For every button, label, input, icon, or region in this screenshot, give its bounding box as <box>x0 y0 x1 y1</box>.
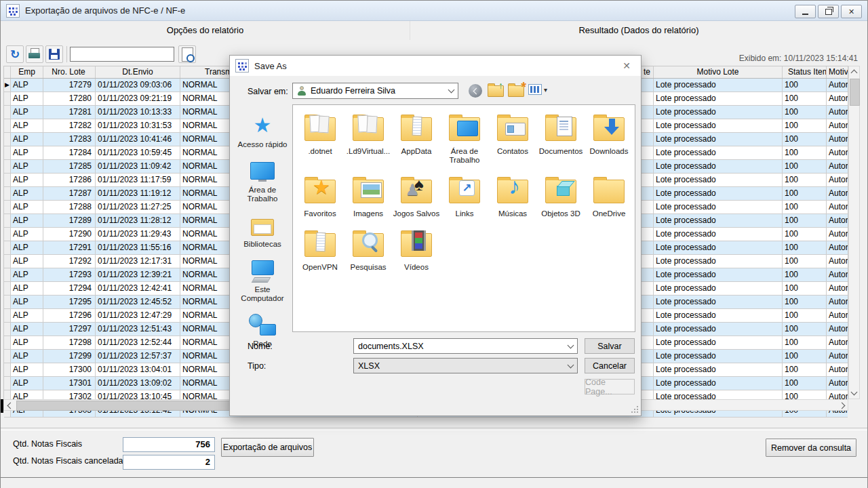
table-cell: Lote processado <box>654 350 783 363</box>
file-type-combobox[interactable]: XLSX <box>353 358 578 373</box>
col-emp[interactable]: Emp <box>11 66 43 78</box>
close-button[interactable]: ✕ <box>841 5 862 18</box>
sidebar-item-desktop[interactable]: Área de Trabalho <box>234 159 291 203</box>
table-cell: ALP <box>11 214 43 227</box>
new-folder-button[interactable]: * <box>508 85 524 97</box>
resize-grip[interactable] <box>631 406 638 413</box>
folder-icon <box>490 112 535 146</box>
scroll-down-arrow[interactable] <box>849 388 859 399</box>
folder-item[interactable]: .dotnet <box>296 112 344 165</box>
minimize-button[interactable] <box>795 5 816 18</box>
folder-item[interactable]: ♠♟Jogos Salvos <box>393 174 440 218</box>
folder-item[interactable]: Contatos <box>489 112 536 165</box>
scroll-up-arrow[interactable] <box>849 66 859 77</box>
table-cell: 100 <box>783 241 827 254</box>
table-cell: Autoriz <box>827 214 848 227</box>
dialog-cancel-button[interactable]: Cancelar <box>585 358 635 373</box>
remove-from-query-button[interactable]: Remover da consulta <box>766 439 856 457</box>
table-cell: 01/11/2023 11:55:16 <box>96 241 180 254</box>
refresh-button[interactable]: ↻ <box>6 45 24 63</box>
folder-item[interactable]: OneDrive <box>585 174 633 218</box>
table-cell: 17291 <box>43 241 96 254</box>
folder-item[interactable]: .Ld9Virtual... <box>344 112 392 165</box>
table-cell: 100 <box>783 363 827 376</box>
table-cell: 01/11/2023 09:21:19 <box>96 92 180 105</box>
table-cell: 01/11/2023 11:17:59 <box>96 174 180 186</box>
table-cell: 01/11/2023 09:03:06 <box>96 79 180 92</box>
table-cell: 01/11/2023 11:28:12 <box>96 214 180 227</box>
folder-item[interactable]: ♪Músicas <box>489 174 536 218</box>
window-bottom-edge <box>1 477 867 488</box>
folder-item[interactable]: Objetos 3D <box>537 174 585 218</box>
dialog-close-button[interactable]: ✕ <box>619 59 634 73</box>
up-folder-icon: ↑ <box>488 85 504 97</box>
scroll-left-arrow[interactable] <box>4 400 14 411</box>
col-dt-envio[interactable]: Dt.Envio <box>96 66 180 78</box>
scroll-right-arrow[interactable] <box>837 400 848 411</box>
print-button[interactable] <box>26 45 43 63</box>
save-as-dialog: Save As ✕ Salvar em: Eduardo Ferreira Si… <box>229 55 642 416</box>
table-cell: Lote processado <box>654 187 783 200</box>
minimize-icon <box>802 14 808 15</box>
file-name-label: Nome: <box>248 342 273 351</box>
tab-opcoes-relatorio[interactable]: Opções do relatório <box>1 21 410 40</box>
table-cell: 100 <box>783 255 827 268</box>
table-cell: 100 <box>783 309 827 322</box>
col-motivo-item[interactable]: Motivo I <box>827 66 848 78</box>
col-nro-lote[interactable]: Nro. Lote <box>43 66 96 78</box>
table-cell: Autoriz <box>827 241 848 254</box>
table-cell: 17298 <box>43 336 96 349</box>
chevron-down-icon <box>448 87 455 94</box>
row-selector <box>4 133 11 146</box>
folder-item[interactable]: Área de Trabalho <box>441 112 488 165</box>
chevron-down-icon <box>568 342 574 348</box>
folder-name: Objetos 3D <box>537 209 585 218</box>
table-cell: ALP <box>11 146 43 159</box>
table-cell: Autoriz <box>827 92 848 105</box>
up-one-level-button[interactable]: ↑ <box>488 85 504 97</box>
tab-resultado[interactable]: Resultado (Dados do relatório) <box>410 21 867 40</box>
folder-item[interactable]: Downloads <box>585 112 633 165</box>
table-cell: 100 <box>783 187 827 200</box>
table-cell: 01/11/2023 12:51:43 <box>96 323 180 336</box>
view-menu-button[interactable]: ▾ <box>528 84 547 95</box>
vertical-scroll-thumb[interactable] <box>850 79 860 106</box>
footer-separator <box>1 428 867 430</box>
folder-item[interactable]: ★Favoritos <box>296 174 344 218</box>
folder-item[interactable]: OpenVPN <box>296 228 344 272</box>
folder-item[interactable]: ↗Links <box>441 174 488 218</box>
preview-button[interactable] <box>178 45 196 63</box>
sidebar-item-quick-access[interactable]: ★Acesso rápido <box>234 114 291 149</box>
back-button[interactable] <box>469 84 482 98</box>
table-cell: Lote processado <box>654 241 783 254</box>
folder-name: Vídeos <box>393 263 440 272</box>
table-cell: 17283 <box>43 133 96 146</box>
restore-button[interactable] <box>818 5 839 18</box>
folder-item[interactable]: Vídeos <box>393 228 440 272</box>
table-cell: ALP <box>11 79 43 92</box>
table-cell: 100 <box>783 323 827 336</box>
save-in-combobox[interactable]: Eduardo Ferreira Silva <box>292 83 458 99</box>
table-cell: 100 <box>783 336 827 349</box>
table-cell: Lote processado <box>654 119 783 132</box>
table-cell: 17301 <box>43 377 96 390</box>
folder-icon <box>298 228 342 262</box>
folder-item[interactable]: Imagens <box>344 174 392 218</box>
sidebar-item-libraries[interactable]: Bibliotecas <box>234 214 291 249</box>
folder-item[interactable]: Pesquisas <box>344 228 392 272</box>
folder-item[interactable]: Documentos <box>537 112 585 165</box>
file-name-combobox[interactable]: documents.XLSX <box>353 338 578 354</box>
dialog-save-button[interactable]: Salvar <box>585 338 635 354</box>
col-motivo-lote[interactable]: Motivo Lote <box>654 66 783 78</box>
save-button[interactable] <box>45 45 63 63</box>
vertical-scrollbar[interactable] <box>848 66 860 399</box>
filter-input[interactable] <box>70 47 174 62</box>
table-cell: 100 <box>783 79 827 92</box>
row-selector <box>4 241 11 254</box>
sidebar-item-label: Acesso rápido <box>234 140 291 149</box>
sidebar-item-this-pc[interactable]: Este Computador <box>234 259 291 303</box>
folder-item[interactable]: AppData <box>393 112 440 165</box>
export-files-button[interactable]: Exportação de arquivos <box>221 438 314 457</box>
folder-icon: ♪ <box>490 174 535 208</box>
col-status-item[interactable]: Status Item <box>783 66 827 78</box>
